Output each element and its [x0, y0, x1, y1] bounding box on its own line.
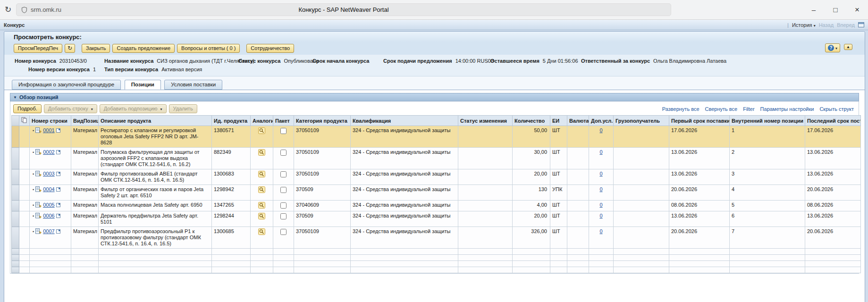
analogs-search-icon[interactable]	[258, 127, 265, 135]
col-header-line-number[interactable]: Номер строки	[30, 116, 71, 126]
col-header-analogs[interactable]: Аналоги	[251, 116, 273, 126]
col-header-category[interactable]: Категория продукта	[294, 116, 351, 126]
item-popout-icon[interactable]	[56, 229, 60, 234]
additional-terms-link[interactable]: 0	[599, 171, 602, 176]
row-selector[interactable]	[12, 126, 19, 148]
refresh-icon[interactable]: ↻	[0, 5, 16, 15]
item-popout-icon[interactable]	[56, 187, 60, 192]
row-selector[interactable]	[12, 169, 19, 185]
item-number-link[interactable]: 0003	[43, 171, 54, 176]
collaboration-button[interactable]: Сотрудничество	[246, 44, 294, 53]
item-popout-icon[interactable]	[56, 172, 60, 176]
col-header-additional[interactable]: Доп.усл.	[589, 116, 614, 126]
item-number-link[interactable]: 0005	[43, 202, 54, 208]
col-header-change-status[interactable]: Статус изменения	[458, 116, 513, 126]
item-number-link[interactable]: 0006	[43, 213, 54, 218]
questions-answers-button[interactable]: Вопросы и ответы ( 0 )	[177, 44, 240, 53]
col-header-first-delivery[interactable]: Первый срок поставки	[669, 116, 730, 126]
tab-delivery-terms[interactable]: Условия поставки	[164, 80, 222, 90]
col-header-last-delivery[interactable]: Последний срок поставки	[805, 116, 861, 126]
package-checkbox[interactable]	[280, 150, 287, 156]
row-selector[interactable]	[12, 201, 19, 211]
col-header-internal-number[interactable]: Внутренний номер позиции	[730, 116, 805, 126]
row-selector[interactable]	[12, 267, 19, 273]
row-selector[interactable]	[12, 227, 19, 249]
settings-link[interactable]: Параметры настройки	[760, 106, 814, 112]
row-selector[interactable]	[12, 249, 19, 255]
quantity-cell: 326,00	[513, 227, 550, 249]
collapse-header-button[interactable]: ▲	[844, 44, 852, 50]
item-number-link[interactable]: 0004	[43, 186, 54, 192]
url-bar[interactable]: srm.omk.ru Конкурс - SAP NetWeaver Porta…	[16, 3, 671, 16]
analogs-search-icon[interactable]	[258, 149, 265, 157]
col-header-package[interactable]: Пакет	[273, 116, 294, 126]
print-preview-button[interactable]: ПросмПередПеч	[14, 44, 62, 53]
col-header-description[interactable]: Описание продукта	[99, 116, 212, 126]
analogs-search-icon[interactable]	[258, 171, 265, 178]
forward-link[interactable]: Вперед	[837, 22, 855, 28]
package-checkbox[interactable]	[280, 187, 287, 193]
analogs-search-icon[interactable]	[258, 186, 265, 194]
additional-terms-link[interactable]: 0	[599, 228, 602, 234]
positions-overview-header[interactable]: ▼ Обзор позиций	[10, 93, 859, 101]
add-subitem-button[interactable]: Добавить подпозицию ▾	[100, 104, 167, 113]
additional-terms-link[interactable]: 0	[599, 186, 602, 192]
page-title: Просмотреть конкурс:	[14, 34, 82, 41]
hide-structure-link[interactable]: Скрыть структ	[819, 106, 854, 112]
additional-terms-link[interactable]: 0	[599, 202, 602, 208]
additional-terms-link[interactable]: 0	[599, 149, 602, 155]
analogs-search-icon[interactable]	[258, 213, 265, 220]
col-header-currency[interactable]: Валюта	[567, 116, 589, 126]
col-header-qualification[interactable]: Квалификация	[351, 116, 458, 126]
hierarchy-cell	[19, 211, 30, 227]
details-button[interactable]: Подроб.	[13, 104, 42, 113]
collapse-all-link[interactable]: Свернуть все	[705, 106, 738, 112]
package-checkbox[interactable]	[280, 202, 287, 209]
item-popout-icon[interactable]	[56, 150, 60, 154]
package-checkbox[interactable]	[280, 171, 287, 177]
expand-all-link[interactable]: Развернуть все	[662, 106, 699, 112]
minimize-button[interactable]: –	[803, 0, 825, 20]
create-bid-button[interactable]: Создать предложение	[112, 44, 175, 53]
item-popout-icon[interactable]	[56, 214, 60, 218]
col-header-product-id[interactable]: Ид. продукта	[212, 116, 251, 126]
qualification-cell: 324 - Средства индивидуальной защиты	[351, 211, 458, 227]
item-icon	[35, 228, 42, 235]
item-popout-icon[interactable]	[56, 203, 60, 207]
close-button[interactable]: ×	[846, 0, 868, 20]
package-checkbox[interactable]	[280, 229, 287, 235]
portal-options-icon[interactable]	[858, 22, 864, 27]
row-selector[interactable]	[12, 185, 19, 201]
history-menu[interactable]: История ▾	[792, 22, 816, 28]
analogs-search-icon[interactable]	[258, 228, 265, 236]
row-selector[interactable]	[12, 148, 19, 169]
item-number-link[interactable]: 0001	[43, 127, 54, 133]
additional-terms-link[interactable]: 0	[599, 127, 602, 133]
item-popout-icon[interactable]	[56, 128, 60, 133]
row-selector[interactable]	[12, 255, 19, 261]
additional-terms-link[interactable]: 0	[599, 213, 602, 218]
col-header-item-type[interactable]: ВидПозиц	[71, 116, 99, 126]
item-number-link[interactable]: 0002	[43, 149, 54, 155]
tab-positions[interactable]: Позиции	[125, 80, 161, 90]
close-tender-button[interactable]: Закрыть	[82, 44, 110, 53]
row-selector[interactable]	[12, 261, 19, 267]
package-checkbox[interactable]	[280, 213, 287, 219]
col-header-unit[interactable]: ЕИ	[550, 116, 567, 126]
package-checkbox[interactable]	[280, 128, 287, 134]
add-row-button[interactable]: Добавить строку ▾	[44, 104, 97, 113]
help-button[interactable]: ?▾	[825, 43, 840, 52]
col-header-quantity[interactable]: Количество	[513, 116, 550, 126]
refresh-button[interactable]: ↻	[65, 44, 75, 53]
copy-icon[interactable]	[19, 116, 30, 126]
tab-procurement-info[interactable]: Информация о закупочной процедуре	[12, 80, 121, 90]
back-link[interactable]: Назад	[819, 22, 834, 28]
filter-link[interactable]: Filter	[743, 106, 754, 112]
row-selector[interactable]	[12, 211, 19, 227]
maximize-button[interactable]: □	[825, 0, 846, 20]
item-number-link[interactable]: 0007	[43, 228, 54, 234]
delete-button[interactable]: Удалить	[169, 104, 197, 113]
select-all-header[interactable]	[12, 116, 19, 126]
col-header-consignee[interactable]: Грузополучатель	[614, 116, 669, 126]
analogs-search-icon[interactable]	[258, 202, 265, 210]
